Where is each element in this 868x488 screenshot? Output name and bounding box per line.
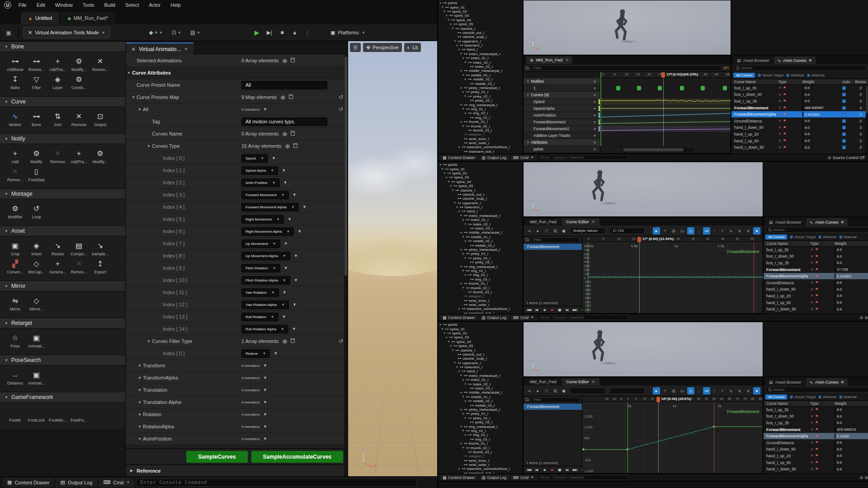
skeleton-tree-item[interactable]: ▼ ⊶ index_01_l [438,218,523,222]
row-chevron-icon[interactable]: ▼ [283,290,287,295]
skeleton-tree-item[interactable]: ▼ ⊶ index_metacarpal_l [438,52,523,56]
tree-expander-icon[interactable]: ▼ [460,103,462,106]
palette-section-header[interactable]: ▼ Montage [0,188,125,199]
reset-to-default-icon[interactable]: ↺ [339,106,343,113]
curve-row[interactable]: foot_r_down_60 ✕⚑ 0.0 ✓ 0 [764,413,868,420]
curve-row[interactable]: hand_r_down_90 ✕⚑ 0.0 ✓ 0 [764,466,868,473]
tree-expander-icon[interactable]: ▼ [441,328,444,330]
anim-curves-tab[interactable]: ∿Anim Curves✕ [806,378,848,386]
curve-row[interactable]: ForwardMovementAlpha ✕⚑ 0.483683 ✓ 0 [731,111,868,118]
skeleton-tree-item[interactable]: ▼ ⊶ middle_03_l [438,403,523,407]
track-lane[interactable] [600,105,731,112]
skeleton-tree-item[interactable]: ▼ ⊶ pinky_03_l [438,260,523,264]
weight-input[interactable]: 0.0 [835,260,835,266]
curve-filter-input[interactable]: Filter [530,237,580,243]
track-row[interactable]: Notifies ▼ [524,78,731,85]
track-name[interactable]: ForwardMovementAl ▼ [524,126,600,132]
weight-input[interactable]: 0.0 [802,99,803,104]
track-name[interactable]: SpeedAlpha ▼ [524,105,600,112]
skeleton-tree-item[interactable]: ▼ ⊶ thumb_03_l [438,128,523,132]
content-drawer-button[interactable]: ▦Content Drawer [440,155,478,160]
tool-button[interactable]: ◈ Insert [26,242,47,256]
property-row[interactable]: ▼ Index [ 14 ] Roll Rotation Alpha Roll … [126,323,348,335]
tree-expander-icon[interactable]: ▼ [452,27,454,30]
property-row[interactable]: ▼ Index [ 2 ] Anim Position Anim Positio… [126,177,348,189]
notify-marker[interactable] [616,86,620,90]
skeleton-tree-item[interactable]: ▼ ⊶ thumb_03_l [438,450,523,454]
snap-menu[interactable]: ⋮ [696,387,702,394]
skeleton-tree-item[interactable]: ▼ ⊶ middle_01_l [438,73,523,77]
tree-expander-icon[interactable]: ▼ [460,121,462,123]
auto-checkbox[interactable]: ✓ [842,126,846,129]
tree-expander-icon[interactable]: ▼ [462,219,465,221]
add-element-icon[interactable]: ⊕ [280,94,285,101]
palette-section-header[interactable]: ▼ Curve [0,96,125,107]
track-lane[interactable] [600,112,731,118]
tool-button[interactable]: ▣ Animati... [26,371,47,385]
weight-input[interactable]: 0.0 [802,118,803,124]
curve-graph[interactable]: 8007006005004003002001000-100-200-300-40… [582,242,763,313]
palette-section-header[interactable]: ▼ Notify [0,133,125,144]
tree-expander-icon[interactable]: ▼ [447,19,450,21]
frame-skip-button[interactable]: ▶| [264,27,275,38]
track-options-icon[interactable]: ▼ [593,121,596,124]
frame-selection[interactable]: ⊡ [552,227,559,235]
perspective-dropdown[interactable]: ✥ Perspective [363,43,402,52]
transport-button[interactable]: ▶▶| [571,467,578,473]
tool-button[interactable]: ↧ Bake [5,75,26,90]
skeleton-tree-item[interactable]: ▼ ⊶ clavicle_l [438,188,523,192]
expander-icon[interactable]: ▼ [146,339,152,343]
palette-section-header[interactable]: ▼ GameFramework [0,392,125,403]
skeleton-tree-item[interactable]: ▼ ⊶ wrist_outer_l [438,141,523,145]
play-button[interactable]: ▶ [251,27,263,38]
curve-filter-chip[interactable]: ✓Morph Target [790,395,816,399]
tool-button[interactable]: ✕ Remov... [90,57,111,72]
viewport-menu-icon[interactable]: ☰ [350,43,361,52]
notify-marker[interactable] [680,86,684,90]
tree-expander-icon[interactable]: ▼ [460,70,462,72]
skeleton-tree-item[interactable]: ▼ ⊶ clavicle_scap_l [438,197,523,201]
view-options-dropdown[interactable]: ◉ [560,227,567,235]
add-element-icon[interactable]: ⊕ [282,131,287,137]
skeleton-tree-item[interactable]: ▼ ⊶ middle_02_l [438,77,523,81]
close-icon[interactable]: ✕ [841,220,844,225]
skeleton-tree-item[interactable]: ▼ ⊶ middle_03_l [438,81,523,85]
play-options-kebab-icon[interactable]: ⋮ [302,27,313,38]
weight-input[interactable]: 0.315607 [835,273,835,279]
expander-icon[interactable]: ▼ [126,71,132,75]
tree-expander-icon[interactable]: ▼ [456,366,458,369]
tree-expander-icon[interactable]: ▼ [464,417,467,419]
console-command-input[interactable]: Enter Console Command [538,475,628,480]
eject-button[interactable]: ▲ [289,27,301,38]
details-scrollbar[interactable] [344,55,348,476]
reference-section[interactable]: ▶ Reference [126,465,348,476]
curve-row[interactable]: GroundDistance ✕⚑ 0.0 ✓ 0 [764,440,868,446]
skeleton-tree-item[interactable]: ▼ ⊶ thumb_01_l [438,441,523,446]
tree-expander-icon[interactable]: ▼ [445,14,448,17]
skeleton-tree-item[interactable]: ▼ ⊶ hand_l [438,47,523,52]
weight-input[interactable]: 0.0 [835,413,835,419]
skeleton-tree-item[interactable]: ▼ ⊶ spine_04 [438,18,523,22]
tree-expander-icon[interactable]: ▼ [462,74,465,76]
row-chevron-icon[interactable]: ▼ [284,266,288,270]
track-name[interactable]: 1 ▼ [524,85,600,91]
skeleton-tree-item[interactable]: ▼ ⊶ upperarm_l [438,201,523,205]
tool-button[interactable]: ↘ Resize [47,242,68,256]
snap-menu[interactable]: ⋮ [696,227,702,235]
timeline-scrollbar[interactable] [622,148,693,152]
skeleton-tree-item[interactable]: ▼ ⊶ ring_03_l [438,277,523,282]
delete-element-icon[interactable] [291,338,295,344]
property-value-dropdown[interactable]: Forward Movement▼ [241,191,289,199]
preview-viewport[interactable]: Z [523,0,731,55]
tree-expander-icon[interactable]: ▼ [458,210,460,213]
tangent-break[interactable]: ∨ [736,387,743,394]
tree-expander-icon[interactable]: ▼ [456,206,458,209]
tree-expander-icon[interactable]: ▼ [460,425,462,428]
tree-expander-icon[interactable]: ▼ [464,240,467,243]
tool-button[interactable]: ⚙ Modify... [90,150,111,164]
row-chevron-icon[interactable]: ▼ [263,412,267,417]
transport-button[interactable]: ◀ [541,307,547,313]
skeleton-tree-item[interactable]: ▼ ⊶ pelvis [438,1,523,5]
snap-time-toggle[interactable]: ⊶ [703,227,710,235]
skeleton-tree-item[interactable]: ▼ ⊶ ring_01_l [438,107,523,111]
